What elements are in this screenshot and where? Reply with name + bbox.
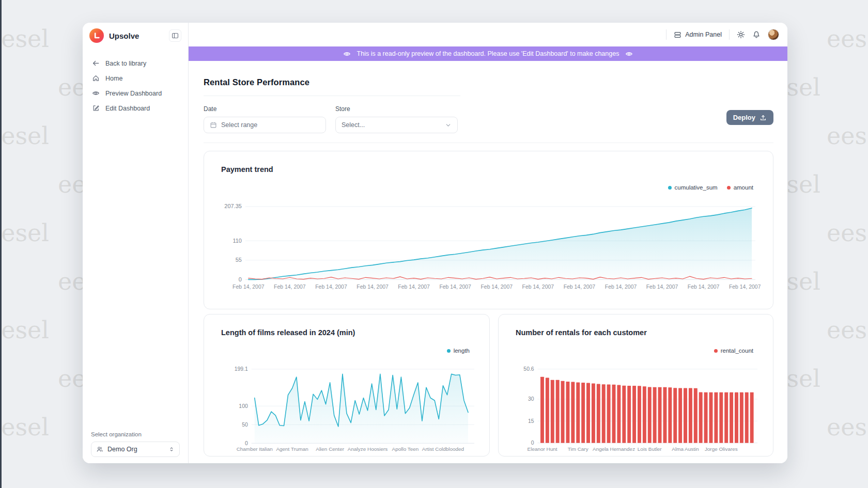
page-title: Rental Store Performance xyxy=(204,77,309,87)
watermark-text: eesel xyxy=(0,25,49,53)
screen-edge xyxy=(0,0,2,488)
topbar: Admin Panel xyxy=(189,23,787,46)
theme-sun-icon[interactable] xyxy=(737,30,745,39)
store-select[interactable]: Select... xyxy=(335,117,458,133)
admin-panel-label: Admin Panel xyxy=(685,31,722,38)
watermark-text: eesel xyxy=(0,316,49,344)
legend-item-length[interactable]: length xyxy=(447,348,470,354)
org-select[interactable]: Demo Org xyxy=(91,442,180,457)
svg-text:Jorge Olivares: Jorge Olivares xyxy=(705,446,738,452)
svg-text:Tim Cary: Tim Cary xyxy=(568,446,588,452)
divider xyxy=(666,29,667,40)
rentals-legend: rental_count xyxy=(511,347,753,355)
eye-icon xyxy=(92,89,100,97)
dashboard-content: Rental Store Performance Date Select ran… xyxy=(189,61,787,463)
svg-text:0: 0 xyxy=(531,440,534,446)
divider xyxy=(729,29,730,40)
readonly-banner-text: This is a read-only preview of the dashb… xyxy=(357,50,619,57)
store-select-placeholder: Select... xyxy=(342,121,441,129)
svg-text:Feb 14, 2007: Feb 14, 2007 xyxy=(315,284,347,290)
watermark-text: eesel xyxy=(827,25,868,53)
svg-text:55: 55 xyxy=(236,257,242,263)
users-icon xyxy=(96,446,103,453)
sidebar-item-label: Preview Dashboard xyxy=(105,90,162,97)
eye-icon xyxy=(343,50,351,58)
legend-label: cumulative_sum xyxy=(675,184,718,191)
legend-dot xyxy=(668,186,672,190)
film-length-card: Length of films released in 2024 (min) l… xyxy=(204,314,490,456)
chart-title: Number of rentals for each customer xyxy=(516,327,761,338)
svg-text:Artist Coldblooded: Artist Coldblooded xyxy=(422,446,464,452)
upsolve-logo-icon xyxy=(89,28,104,43)
sidebar-item-preview-dashboard[interactable]: Preview Dashboard xyxy=(83,86,188,101)
svg-text:0: 0 xyxy=(245,440,248,446)
watermark-text: eesel xyxy=(0,219,49,247)
org-select-value: Demo Org xyxy=(107,446,164,453)
payment-legend: cumulative_sum amount xyxy=(216,183,753,192)
payment-trend-chart: 207.35110550Feb 14, 2007Feb 14, 2007Feb … xyxy=(216,195,761,293)
calendar-icon xyxy=(210,121,217,129)
user-avatar[interactable] xyxy=(768,29,779,40)
rentals-chart: 50.630150Eleanor HuntTim CaryAngela Hern… xyxy=(511,358,761,455)
brand-row: Upsolve xyxy=(83,23,188,49)
eye-toggle-icon[interactable] xyxy=(625,50,633,58)
dashboard-title-bar: Rental Store Performance xyxy=(204,77,460,96)
svg-text:15: 15 xyxy=(528,418,534,424)
watermark-text: eesel xyxy=(827,413,868,441)
org-label: Select organization xyxy=(91,431,180,437)
svg-text:50.6: 50.6 xyxy=(523,366,534,372)
legend-dot xyxy=(714,349,718,353)
sidebar-item-back-to-library[interactable]: Back to library xyxy=(83,56,188,71)
payment-trend-card: Payment trend cumulative_sum amount 207.… xyxy=(204,151,773,309)
arrow-left-icon xyxy=(92,59,100,67)
store-filter-group: Store Select... xyxy=(335,105,458,133)
upload-icon xyxy=(760,114,767,121)
watermark-text: eesel xyxy=(827,219,868,247)
watermark-text: eesel xyxy=(827,316,868,344)
film-length-chart: 199.1100500Chamber ItalianAgent TrumanAl… xyxy=(216,358,477,455)
svg-text:Feb 14, 2007: Feb 14, 2007 xyxy=(398,284,430,290)
chevron-down-icon xyxy=(445,122,452,129)
date-range-input[interactable]: Select range xyxy=(204,117,326,133)
sidebar-item-home[interactable]: Home xyxy=(83,71,188,86)
bottom-cards-row: Length of films released in 2024 (min) l… xyxy=(204,314,773,456)
sidebar-item-edit-dashboard[interactable]: Edit Dashboard xyxy=(83,101,188,116)
watermark-text: eesel xyxy=(0,122,49,150)
svg-text:Angela Hernandez: Angela Hernandez xyxy=(593,446,635,452)
legend-label: length xyxy=(454,348,470,354)
chevron-updown-icon xyxy=(168,446,175,452)
svg-text:Feb 14, 2007: Feb 14, 2007 xyxy=(274,284,306,290)
svg-text:Eleanor Hunt: Eleanor Hunt xyxy=(528,446,557,452)
svg-text:Lois Butler: Lois Butler xyxy=(638,446,662,452)
screen: eeseleeseleeseleeseleeseleeseleeseleesel… xyxy=(0,0,868,488)
rentals-card: Number of rentals for each customer rent… xyxy=(498,314,773,456)
legend-item-cumulative-sum[interactable]: cumulative_sum xyxy=(668,184,718,191)
collapse-sidebar-icon[interactable] xyxy=(169,29,181,42)
date-filter-group: Date Select range xyxy=(204,105,326,133)
app-window: Upsolve Back to library Home Preview Das… xyxy=(83,23,787,463)
notifications-bell-icon[interactable] xyxy=(752,30,761,39)
admin-panel-link[interactable]: Admin Panel xyxy=(674,31,722,39)
legend-label: rental_count xyxy=(721,348,753,354)
legend-dot xyxy=(727,186,731,190)
sidebar: Upsolve Back to library Home Preview Das… xyxy=(83,23,189,463)
svg-text:Feb 14, 2007: Feb 14, 2007 xyxy=(522,284,554,290)
legend-item-amount[interactable]: amount xyxy=(727,184,753,191)
date-filter-label: Date xyxy=(204,105,326,113)
svg-text:207.35: 207.35 xyxy=(224,203,241,209)
watermark-text: eesel xyxy=(0,413,49,441)
deploy-button-label: Deploy xyxy=(733,114,755,121)
svg-text:100: 100 xyxy=(239,403,248,409)
home-icon xyxy=(92,74,100,82)
sidebar-nav: Back to library Home Preview Dashboard E… xyxy=(83,56,188,116)
svg-text:30: 30 xyxy=(528,396,534,402)
legend-dot xyxy=(447,349,451,353)
svg-text:Alien Center: Alien Center xyxy=(316,446,344,452)
chart-title: Payment trend xyxy=(221,164,761,175)
svg-text:Alma Austin: Alma Austin xyxy=(672,446,699,452)
svg-text:Feb 14, 2007: Feb 14, 2007 xyxy=(605,284,637,290)
svg-text:Feb 14, 2007: Feb 14, 2007 xyxy=(481,284,513,290)
deploy-button[interactable]: Deploy xyxy=(726,110,773,125)
legend-item-rental-count[interactable]: rental_count xyxy=(714,348,753,354)
svg-text:Feb 14, 2007: Feb 14, 2007 xyxy=(233,284,265,290)
